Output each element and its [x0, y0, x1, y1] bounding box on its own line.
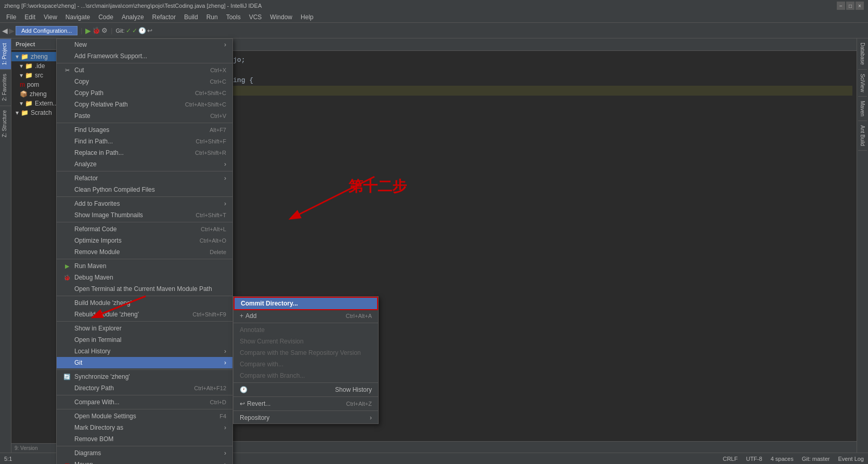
ctx-terminal-label: Open in Terminal: [74, 336, 122, 343]
git-commit-directory[interactable]: Commit Directory...: [234, 297, 378, 310]
menu-code[interactable]: Code: [94, 12, 118, 22]
git-add[interactable]: + Add Ctrl+Alt+A: [234, 310, 378, 322]
folder-icon: 📁: [21, 109, 29, 116]
ctx-paste[interactable]: Paste Ctrl+V: [57, 110, 232, 122]
ctx-add-favorites[interactable]: Add to Favorites ›: [57, 198, 232, 209]
ctx-run-maven-label: Run Maven: [74, 262, 106, 270]
ctx-build-module[interactable]: Build Module 'zheng': [57, 297, 232, 309]
ctx-refactor[interactable]: Refactor ›: [57, 173, 232, 184]
ctx-open-terminal-maven[interactable]: Open Terminal at the Current Maven Modul…: [57, 283, 232, 295]
menu-navigate[interactable]: Navigate: [61, 12, 94, 22]
ctx-replace-in-path[interactable]: Replace in Path... Ctrl+Shift+R: [57, 147, 232, 158]
right-tab-database[interactable]: Database: [858, 38, 867, 70]
git-show-current-revision: Show Current Revision: [234, 336, 378, 347]
git-checkmark2-icon[interactable]: ✓: [132, 27, 137, 34]
ctx-reformat[interactable]: Reformat Code Ctrl+Alt+L: [57, 223, 232, 235]
menu-file[interactable]: File: [2, 12, 20, 22]
git-show-history[interactable]: 🕐 Show History: [234, 384, 378, 395]
menu-window[interactable]: Window: [266, 12, 296, 22]
sidebar-tab-project[interactable]: 1: Project: [0, 38, 11, 69]
sidebar-tab-favorites[interactable]: 2: Favorites: [0, 69, 11, 105]
status-line-ending[interactable]: CRLF: [723, 456, 738, 462]
ctx-framework-label: Add Framework Support...: [74, 52, 147, 60]
toolbar-forward-icon[interactable]: ▶: [9, 26, 15, 35]
ctx-analyze[interactable]: Analyze ›: [57, 158, 232, 170]
ctx-explorer-label: Show in Explorer: [74, 325, 122, 332]
ctx-image-thumbnails[interactable]: Show Image Thumbnails Ctrl+Shift+T: [57, 209, 232, 221]
ctx-copy-relative-path[interactable]: Copy Relative Path Ctrl+Alt+Shift+C: [57, 99, 232, 110]
menu-help[interactable]: Help: [296, 12, 318, 22]
menu-tools[interactable]: Tools: [222, 12, 245, 22]
ctx-diagrams[interactable]: Diagrams ›: [57, 447, 232, 459]
ctx-run-maven[interactable]: ▶Run Maven: [57, 260, 232, 272]
git-history-icon[interactable]: 🕐: [138, 27, 146, 34]
git-rollback-icon[interactable]: ↩: [147, 27, 152, 34]
folder-icon: 📁: [21, 53, 29, 60]
code-line-1: 1 package com.zheng.pojo;: [130, 55, 852, 65]
status-event-log[interactable]: Event Log: [838, 456, 864, 462]
debug-icon[interactable]: 🐞: [92, 26, 100, 34]
ctx-add-framework[interactable]: Add Framework Support...: [57, 50, 232, 62]
ctx-open-terminal[interactable]: Open in Terminal: [57, 334, 232, 346]
ctx-directory-path[interactable]: Directory Path Ctrl+Alt+F12: [57, 382, 232, 394]
tree-label-ide: .ide: [35, 62, 45, 70]
close-button[interactable]: ×: [856, 2, 864, 10]
ctx-find-usages[interactable]: Find Usages Alt+F7: [57, 124, 232, 136]
ctx-copy-label: Copy: [74, 78, 89, 85]
right-tab-maven[interactable]: Maven: [858, 97, 867, 121]
ctx-optimize-label: Optimize Imports: [74, 237, 122, 244]
minimize-button[interactable]: −: [837, 2, 845, 10]
right-tab-sciview[interactable]: SciView: [858, 70, 867, 97]
ctx-cut[interactable]: ✂Cut Ctrl+X: [57, 64, 232, 76]
ctx-copy-path[interactable]: Copy Path Ctrl+Shift+C: [57, 87, 232, 99]
menu-view[interactable]: View: [40, 12, 61, 22]
git-checkmark1-icon[interactable]: ✓: [126, 27, 131, 34]
collapse-icon: ▾: [20, 100, 23, 107]
git-compare-repo-label: Compare with the Same Repository Version: [240, 349, 361, 356]
menu-build[interactable]: Build: [180, 12, 202, 22]
ctx-sep-3: [57, 171, 232, 171]
toolbar-back-icon[interactable]: ◀: [2, 26, 8, 35]
menu-analyze[interactable]: Analyze: [118, 12, 148, 22]
maximize-button[interactable]: □: [846, 2, 854, 10]
settings-icon[interactable]: ⚙: [101, 26, 108, 34]
ctx-show-explorer[interactable]: Show in Explorer: [57, 323, 232, 334]
ctx-git[interactable]: Git ›: [57, 357, 232, 368]
ctx-sync-label: Synchronize 'zheng': [74, 373, 130, 380]
git-add-icon: +: [240, 312, 243, 320]
menu-refactor[interactable]: Refactor: [148, 12, 180, 22]
ctx-remove-module[interactable]: Remove Module Delete: [57, 246, 232, 258]
ctx-module-settings[interactable]: Open Module Settings F4: [57, 410, 232, 422]
right-tab-ant-build[interactable]: Ant Build: [858, 121, 867, 151]
menu-vcs[interactable]: VCS: [245, 12, 266, 22]
ctx-sep-12: [57, 446, 232, 446]
status-encoding[interactable]: UTF-8: [746, 456, 762, 462]
ctx-maven-menu[interactable]: mMaven ›: [57, 459, 232, 464]
ctx-sep-5: [57, 222, 232, 222]
ctx-mark-label: Mark Directory as: [74, 424, 123, 431]
git-revert[interactable]: ↩ Revert... Ctrl+Alt+Z: [234, 398, 378, 409]
add-configuration-button[interactable]: Add Configuration...: [16, 26, 77, 35]
module-icon: 📦: [20, 90, 28, 98]
ctx-synchronize[interactable]: 🔄Synchronize 'zheng': [57, 371, 232, 382]
menu-run[interactable]: Run: [202, 12, 222, 22]
run-icon[interactable]: ▶: [85, 26, 91, 35]
ctx-copy[interactable]: Copy Ctrl+C: [57, 76, 232, 87]
ctx-mark-dir[interactable]: Mark Directory as ›: [57, 422, 232, 433]
ctx-optimize-imports[interactable]: Optimize Imports Ctrl+Alt+O: [57, 235, 232, 246]
tree-label-zheng-module: zheng: [30, 90, 47, 98]
ctx-find-in-path[interactable]: Find in Path... Ctrl+Shift+F: [57, 136, 232, 147]
ctx-remove-bom[interactable]: Remove BOM: [57, 433, 232, 445]
ctx-rebuild-module[interactable]: Rebuild Module 'zheng' Ctrl+Shift+F9: [57, 309, 232, 320]
status-indent[interactable]: 4 spaces: [771, 456, 794, 462]
ctx-debug-maven[interactable]: 🐞Debug Maven: [57, 272, 232, 283]
git-repository[interactable]: Repository ›: [234, 412, 378, 423]
collapse-icon: ▾: [20, 62, 23, 70]
sidebar-tab-structure[interactable]: Z: Structure: [0, 105, 11, 141]
ctx-new[interactable]: New ›: [57, 39, 232, 50]
git-repo-label: Repository: [240, 414, 269, 421]
menu-edit[interactable]: Edit: [20, 12, 40, 22]
ctx-compare-with[interactable]: Compare With... Ctrl+D: [57, 396, 232, 408]
ctx-local-history[interactable]: Local History ›: [57, 346, 232, 357]
ctx-clean-python[interactable]: Clean Python Compiled Files: [57, 184, 232, 195]
